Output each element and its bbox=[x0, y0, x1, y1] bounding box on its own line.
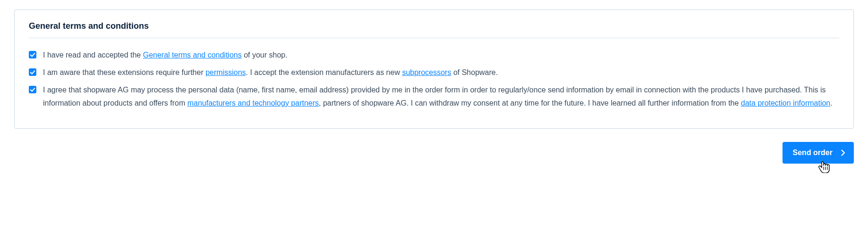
terms-checkbox[interactable] bbox=[29, 68, 36, 76]
chevron-right-icon bbox=[841, 149, 845, 156]
terms-checkbox[interactable] bbox=[29, 51, 36, 58]
terms-link[interactable]: manufacturers and technology partners bbox=[187, 99, 319, 107]
actions-row: Send order bbox=[14, 142, 854, 164]
terms-row: I have read and accepted the General ter… bbox=[29, 49, 839, 61]
terms-text: I have read and accepted the General ter… bbox=[43, 49, 839, 61]
panel-title: General terms and conditions bbox=[29, 21, 839, 31]
terms-text-segment: I am aware that these extensions require… bbox=[43, 68, 205, 76]
panel-divider bbox=[29, 38, 839, 38]
send-order-button[interactable]: Send order bbox=[783, 142, 854, 164]
terms-link[interactable]: permissions bbox=[205, 68, 246, 76]
terms-text-segment: of Shopware. bbox=[451, 68, 498, 76]
terms-list: I have read and accepted the General ter… bbox=[29, 49, 839, 109]
terms-link[interactable]: General terms and conditions bbox=[143, 51, 242, 59]
terms-text-segment: of your shop. bbox=[242, 51, 288, 59]
terms-text-segment: I have read and accepted the bbox=[43, 51, 143, 59]
terms-checkbox[interactable] bbox=[29, 86, 36, 93]
terms-text: I am aware that these extensions require… bbox=[43, 66, 839, 79]
terms-text-segment: , partners of shopware AG. I can withdra… bbox=[319, 99, 741, 107]
terms-link[interactable]: data protection information bbox=[741, 99, 830, 107]
terms-text: I agree that shopware AG may process the… bbox=[43, 83, 839, 109]
terms-text-segment: . bbox=[830, 99, 832, 107]
terms-row: I am aware that these extensions require… bbox=[29, 66, 839, 79]
terms-text-segment: . I accept the extension manufacturers a… bbox=[246, 68, 402, 76]
send-order-label: Send order bbox=[793, 149, 833, 157]
terms-row: I agree that shopware AG may process the… bbox=[29, 83, 839, 109]
terms-panel: General terms and conditions I have read… bbox=[14, 9, 854, 129]
terms-link[interactable]: subprocessors bbox=[402, 68, 451, 76]
